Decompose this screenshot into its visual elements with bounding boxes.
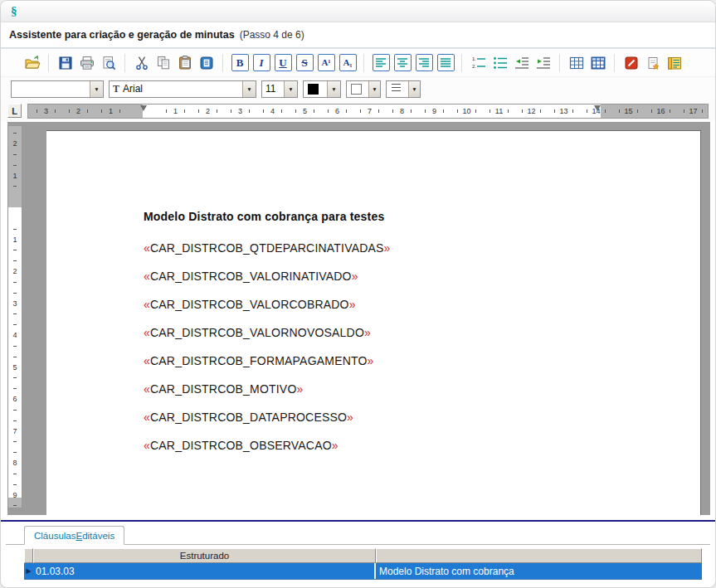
style-combo[interactable]: ▼ (11, 80, 104, 98)
clipboard-icon (177, 55, 193, 71)
ruler-number: 17 (677, 104, 709, 118)
clauses-grid: Estruturado ▶ 01.03.03 Modelo Distrato c… (24, 548, 702, 580)
merge-field: «CAR_DISTRCOB_MOTIVO» (144, 382, 675, 396)
toolbar-separator (614, 54, 616, 72)
field-close-delimiter: » (368, 354, 374, 367)
row-indicator-cell: ▶ (24, 563, 33, 579)
underline-button[interactable]: U (273, 53, 293, 73)
bullet-list-button[interactable] (490, 53, 510, 73)
ruler-number: 12 (515, 104, 548, 118)
ruler-number: 13 (548, 104, 580, 118)
wizard-step-indicator: (Passo 4 de 6) (240, 29, 304, 41)
outdent-icon (514, 55, 530, 71)
copy-button[interactable] (153, 53, 173, 73)
align-center-icon (394, 54, 412, 71)
dropdown-arrow-icon[interactable]: ▼ (284, 81, 297, 97)
justify-icon (437, 54, 455, 71)
field-open-delimiter: « (144, 354, 150, 367)
align-center-button[interactable] (392, 53, 412, 73)
row-code-cell: 01.03.03 (33, 563, 376, 579)
grid-header-row: Estruturado (24, 548, 702, 563)
table-grid-icon (568, 55, 585, 71)
field-name: CAR_DISTRCOB_VALORCOBRADO (150, 298, 349, 311)
red-field-toggle-icon (623, 55, 640, 71)
align-left-button[interactable] (371, 53, 391, 73)
field-open-delimiter: « (144, 241, 150, 255)
left-indent-marker-icon[interactable] (140, 105, 147, 111)
font-color-combo[interactable]: ▼ (303, 80, 341, 98)
title-bar: § (1, 1, 715, 22)
ruler-number: 11 (483, 104, 515, 118)
dropdown-arrow-icon[interactable]: ▼ (327, 81, 340, 97)
save-button[interactable] (56, 53, 75, 73)
bold-button[interactable]: B (230, 53, 250, 73)
insert-table-button[interactable] (567, 53, 587, 73)
right-indent-marker-icon[interactable] (594, 105, 601, 111)
document-page[interactable]: Modelo Distrato com cobrança para testes… (46, 130, 700, 515)
ruler-main-numbers: 1234567891011121314151617 (159, 104, 709, 118)
dropdown-arrow-icon[interactable]: ▼ (368, 81, 380, 97)
paste-button[interactable] (175, 53, 195, 73)
ruler-number: 5 (8, 352, 22, 384)
font-combo[interactable]: T Arial ▼ (109, 80, 256, 98)
clause-structure-button[interactable] (665, 53, 684, 73)
column-header-description[interactable] (376, 548, 702, 563)
highlight-fields-button[interactable] (621, 53, 641, 73)
dropdown-arrow-icon[interactable]: ▼ (408, 81, 420, 97)
ruler-number: 9 (8, 479, 22, 512)
svg-text:1.: 1. (472, 56, 476, 61)
app-window: § Assistente para criação e geração de m… (0, 0, 716, 588)
ruler-number: 16 (645, 104, 677, 118)
left-margin-slot (127, 104, 159, 118)
open-folder-icon (24, 55, 41, 71)
italic-button[interactable]: I (251, 53, 271, 73)
print-button[interactable] (77, 53, 97, 73)
dropdown-arrow-icon[interactable]: ▼ (90, 81, 103, 97)
ruler-number: 1 (8, 224, 22, 256)
numbered-list-button[interactable]: 1.2. (469, 53, 489, 73)
field-open-delimiter: « (144, 439, 150, 452)
tab-stop-selector[interactable]: L (7, 104, 22, 118)
italic-icon: I (253, 54, 270, 71)
font-combo-value: Arial (119, 83, 242, 95)
ruler-number: 1 (95, 104, 127, 118)
insert-field-button[interactable] (643, 53, 663, 73)
open-button[interactable] (22, 53, 42, 73)
copy-pages-icon (155, 55, 172, 71)
field-name: CAR_DISTRCOB_FORMAPAGAMENTO (150, 354, 368, 367)
cut-button[interactable] (132, 53, 152, 73)
top-margin-slot (8, 192, 22, 224)
print-preview-button[interactable] (99, 53, 119, 73)
toolbar-separator (124, 54, 126, 72)
field-close-delimiter: » (364, 326, 371, 339)
toolbar-separator (461, 54, 463, 72)
paste-special-button[interactable] (197, 53, 217, 73)
font-size-combo[interactable]: 11 ▼ (261, 80, 298, 98)
merge-field: «CAR_DISTRCOB_QTDEPARCINATIVADAS» (144, 241, 675, 255)
align-right-button[interactable] (414, 53, 434, 73)
column-header-estruturado[interactable]: Estruturado (33, 548, 376, 563)
superscript-button[interactable]: A¹ (316, 53, 336, 73)
paragraph-combo[interactable]: ▼ (386, 80, 421, 98)
document-title: Modelo Distrato com cobrança para testes (144, 210, 675, 223)
subscript-button[interactable]: A₁ (338, 53, 358, 73)
strikethrough-button[interactable]: S (295, 53, 314, 73)
tab-clausulas-editaveis[interactable]: Cláusulas Editáveis (24, 526, 124, 545)
decrease-indent-button[interactable] (512, 53, 532, 73)
grid-row-selected[interactable]: ▶ 01.03.03 Modelo Distrato com cobrança (24, 563, 702, 580)
dropdown-arrow-icon[interactable]: ▼ (242, 81, 256, 97)
field-open-delimiter: « (144, 298, 150, 311)
ruler-number: 15 (612, 104, 645, 118)
field-name: CAR_DISTRCOB_QTDEPARCINATIVADAS (150, 241, 384, 255)
border-combo[interactable]: ▼ (346, 80, 381, 98)
merge-field: «CAR_DISTRCOB_FORMAPAGAMENTO» (144, 354, 675, 367)
field-close-delimiter: » (297, 382, 304, 396)
underline-icon: U (275, 54, 292, 71)
scissors-icon (134, 55, 150, 71)
increase-indent-button[interactable] (533, 53, 553, 73)
ruler-number: 8 (386, 104, 418, 118)
justify-button[interactable] (436, 53, 455, 73)
toolbar-separator (559, 54, 561, 72)
line-spacing-icon (391, 81, 402, 96)
table-borders-button[interactable] (588, 53, 608, 73)
